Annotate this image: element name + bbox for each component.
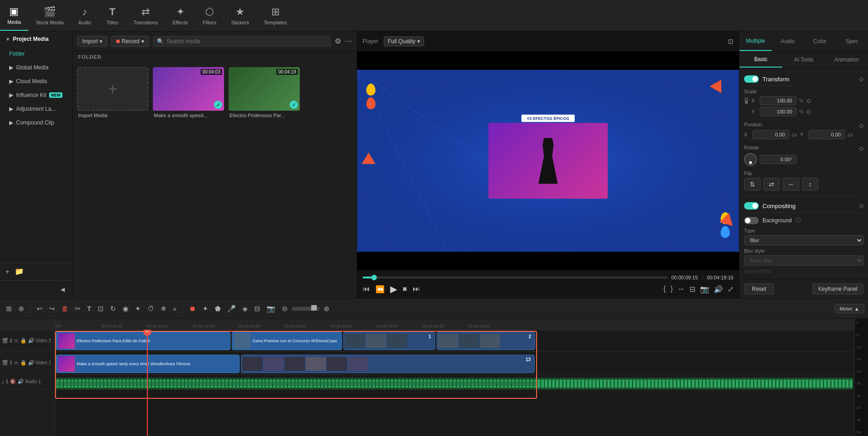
sidebar-collapse-btn[interactable]: ◀ [57, 283, 68, 296]
sidebar-item-folder[interactable]: Folder [0, 47, 72, 61]
background-toggle[interactable] [744, 217, 759, 224]
prev-frame-btn[interactable]: ⏮ [363, 285, 370, 293]
sidebar-item-influence-kit[interactable]: ▶ Influence Kit NEW [0, 88, 72, 102]
out-point-btn[interactable]: } [671, 285, 673, 294]
fullscreen-btn[interactable]: ⤢ [728, 285, 734, 294]
tl-snapshot-btn[interactable]: 📷 [264, 303, 278, 315]
media-item-0[interactable]: 00:04:03 ✓ Make a smooth speed... [153, 67, 224, 118]
tl-snap-btn[interactable]: ⊞ [4, 303, 14, 315]
tl-more-btn[interactable]: » [171, 303, 179, 314]
tl-voice-btn[interactable]: 🎤 [225, 303, 238, 315]
tl-keyframe-btn[interactable]: ◈ [240, 303, 250, 315]
tl-zoom-slider[interactable] [292, 307, 319, 311]
next-frame-btn[interactable]: ⏭ [413, 285, 420, 293]
sidebar-item-adjustment[interactable]: ▶ Adjustment La... [0, 102, 72, 116]
quality-select[interactable]: Full Quality ▾ [384, 36, 424, 46]
sidebar-item-cloud-media[interactable]: ▶ Cloud Media [0, 74, 72, 88]
filter-icon[interactable]: ⚙ [335, 37, 341, 45]
pos-x-input[interactable] [752, 130, 789, 139]
scale-y-diamond[interactable]: ◇ [806, 108, 811, 115]
tab-color[interactable]: Color [804, 31, 836, 51]
project-media-header[interactable]: ▼ Project Media [0, 31, 72, 47]
tl-zoom-in-btn[interactable]: ⊕ [321, 303, 332, 315]
more-icon[interactable]: ⋯ [345, 37, 352, 45]
flip-horizontal-btn[interactable]: ⇄ [763, 178, 780, 191]
import-thumb[interactable]: + [77, 67, 148, 111]
tl-ai-btn[interactable]: ✦ [133, 303, 143, 315]
reset-button[interactable]: Reset [744, 283, 774, 294]
video2-clip-2[interactable]: Gana Premios con el Concurso #FilmoraCop… [232, 332, 342, 350]
video1-clip-2[interactable]: 13 [241, 355, 535, 373]
audio-btn[interactable]: 🔊 [714, 285, 723, 294]
video2-clip-4[interactable]: 2 [437, 332, 535, 350]
tl-ripple-btn[interactable]: ⊕ [16, 303, 27, 315]
rotate-input[interactable] [760, 155, 796, 164]
toolbar-stock-media[interactable]: 🎬 Stock Media [28, 0, 71, 31]
video1-lock-btn[interactable]: 🔒 [20, 360, 27, 366]
transform-toggle[interactable] [744, 75, 759, 83]
tab-spec[interactable]: Spec [836, 31, 868, 51]
sidebar-item-global-media[interactable]: ▶ Global Media [0, 61, 72, 74]
sidebar-add-btn[interactable]: ＋ [4, 267, 11, 277]
lock-icon[interactable] [744, 97, 749, 104]
rotate-diamond[interactable]: ◇ [859, 145, 863, 152]
pos-y-input[interactable] [808, 130, 845, 139]
tl-cut-btn[interactable]: ✂ [73, 303, 83, 315]
video2-lock-btn[interactable]: 🔒 [20, 338, 27, 344]
toolbar-effects[interactable]: ✦ Effects [165, 0, 195, 31]
play-btn[interactable]: ▶ [390, 283, 397, 294]
sub-tab-ai-tools[interactable]: AI Tools [782, 51, 825, 68]
tl-crop-btn[interactable]: ⊡ [95, 303, 106, 315]
tl-redo-btn[interactable]: ↪ [47, 303, 57, 315]
position-diamond[interactable]: ◇ [859, 122, 863, 129]
preview-screen-icon[interactable]: ⊡ [728, 38, 734, 45]
tl-speed-btn[interactable]: ⏱ [145, 303, 157, 314]
video2-clip-3[interactable]: 1 [343, 332, 435, 350]
tl-split-btn[interactable]: ⊟ [252, 303, 263, 315]
clip-preview-btn[interactable]: ↔ [678, 285, 685, 294]
video2-clip-1[interactable]: Efectos Poderosos Para Edits de Futbol [56, 332, 230, 350]
toolbar-templates[interactable]: ⊞ Templates [257, 0, 294, 31]
rotate-dial[interactable] [744, 153, 757, 166]
scale-x-diamond[interactable]: ◇ [806, 97, 811, 104]
toolbar-stickers[interactable]: ★ Stickers [224, 0, 256, 31]
media-item-1[interactable]: 00:04:19 ✓ Efectos Poderosos Par... [229, 67, 300, 118]
toolbar-audio[interactable]: ♪ Audio [71, 0, 99, 31]
compositing-diamond[interactable]: ◇ [859, 203, 863, 209]
tl-freeze-btn[interactable]: ❄ [158, 303, 169, 315]
tl-undo-btn[interactable]: ↩ [34, 303, 45, 315]
sidebar-item-compound-clip[interactable]: ▶ Compound Clip [0, 116, 72, 130]
scale-y-input[interactable] [760, 107, 796, 116]
import-button[interactable]: Import ▾ [77, 36, 107, 47]
video1-audio-btn[interactable]: 🔊 [28, 360, 34, 366]
meter-button[interactable]: Meter ▲ [834, 304, 864, 313]
blur-style-select[interactable]: Basic Blur [744, 255, 863, 266]
toolbar-transitions[interactable]: ⇄ Transitions [126, 0, 165, 31]
in-point-btn[interactable]: { [663, 285, 666, 294]
split-btn[interactable]: ⊟ [689, 285, 695, 294]
audio1-vol-btn[interactable]: 🔊 [17, 379, 24, 385]
tl-text-btn[interactable]: T [85, 303, 94, 314]
keyframe-panel-button[interactable]: Keyframe Panel [812, 283, 863, 294]
tl-fx-btn[interactable]: ✦ [200, 303, 211, 315]
tl-rotate-btn[interactable]: ↻ [108, 303, 118, 315]
scrubber-track[interactable] [363, 277, 667, 278]
sub-tab-basic[interactable]: Basic [739, 51, 782, 68]
background-help-icon[interactable]: ⓘ [795, 216, 801, 224]
flip-btn-3[interactable]: ↔ [783, 178, 799, 191]
audio1-mute-btn[interactable]: 🔇 [10, 379, 16, 385]
video2-eye-btn[interactable]: 👁 [14, 338, 19, 344]
bg-type-select[interactable]: Blur [744, 235, 863, 245]
rewind-btn[interactable]: ⏪ [375, 285, 385, 294]
toolbar-media[interactable]: ▣ Media [0, 0, 28, 31]
tab-multiple[interactable]: Multiple [739, 31, 772, 51]
toolbar-titles[interactable]: T Titles [99, 0, 126, 31]
search-input[interactable] [167, 38, 327, 45]
tl-record-btn[interactable]: ⏺ [187, 303, 198, 314]
video2-audio-btn[interactable]: 🔊 [28, 338, 34, 344]
tl-delete-btn[interactable]: 🗑 [59, 303, 71, 314]
sub-tab-animation[interactable]: Animation [825, 51, 868, 68]
snapshot-btn[interactable]: 📷 [700, 285, 709, 294]
flip-vertical-btn[interactable]: ⇅ [744, 178, 761, 191]
flip-btn-4[interactable]: ↕ [802, 178, 818, 191]
